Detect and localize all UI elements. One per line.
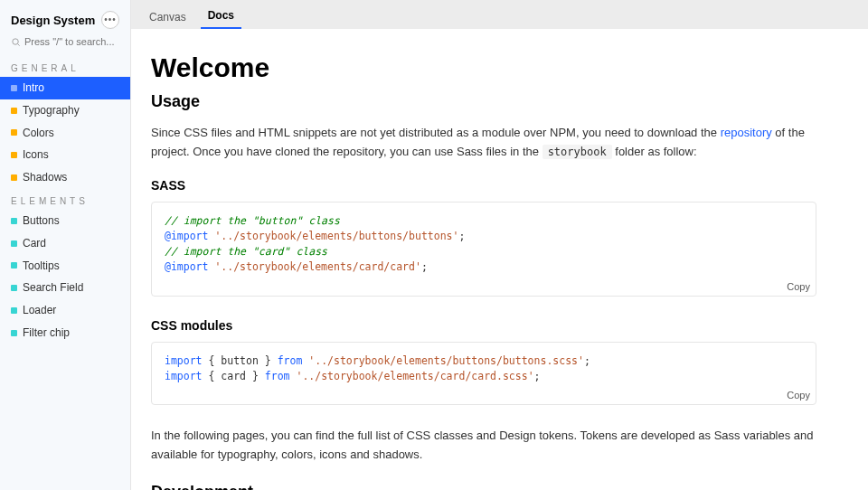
- story-icon: [11, 129, 17, 136]
- story-icon: [11, 174, 17, 181]
- sidebar-item[interactable]: Intro: [0, 77, 130, 99]
- tokens-paragraph: In the following pages, you can find the…: [151, 427, 816, 465]
- link-repository[interactable]: repository: [721, 126, 772, 139]
- nav-group-label: ELEMENTS: [0, 189, 130, 210]
- heading-development: Development: [151, 483, 816, 490]
- usage-paragraph: Since CSS files and HTML snippets are no…: [151, 124, 816, 162]
- component-icon: [11, 307, 17, 314]
- component-icon: [11, 240, 17, 247]
- sidebar-item-label: Search Field: [23, 280, 83, 296]
- sidebar-item[interactable]: Card: [0, 232, 130, 255]
- component-icon: [11, 330, 17, 336]
- tab-canvas[interactable]: Canvas: [142, 5, 193, 29]
- codeblock-sass: // import the "button" class @import '..…: [151, 202, 816, 297]
- sidebar-item[interactable]: Typography: [0, 99, 130, 122]
- main: Canvas Docs Welcome Usage Since CSS file…: [130, 0, 868, 490]
- svg-line-1: [18, 43, 20, 45]
- sidebar-item-label: Intro: [23, 80, 44, 96]
- sidebar-item[interactable]: Buttons: [0, 210, 130, 232]
- sidebar-item-label: Card: [23, 236, 46, 251]
- doc-scroll[interactable]: Welcome Usage Since CSS files and HTML s…: [131, 29, 868, 490]
- sidebar-item-label: Icons: [23, 147, 49, 163]
- copy-button[interactable]: Copy: [787, 390, 810, 400]
- sidebar: Design System ••• GENERALIntroTypography…: [0, 0, 130, 490]
- sidebar-item-label: Typography: [23, 103, 80, 118]
- sidebar-item[interactable]: Colors: [0, 122, 130, 145]
- sidebar-item[interactable]: Icons: [0, 144, 130, 166]
- sidebar-item-label: Filter chip: [23, 325, 70, 341]
- story-icon: [11, 85, 17, 91]
- heading-cssmodules: CSS modules: [151, 318, 816, 333]
- sidebar-item[interactable]: Filter chip: [0, 322, 130, 344]
- nav-group-label: GENERAL: [0, 56, 130, 77]
- story-icon: [11, 108, 17, 114]
- sidebar-item[interactable]: Tooltips: [0, 255, 130, 278]
- sidebar-item-label: Tooltips: [23, 259, 60, 274]
- nav: GENERALIntroTypographyColorsIconsShadows…: [0, 56, 130, 344]
- copy-button[interactable]: Copy: [787, 281, 810, 292]
- doc: Welcome Usage Since CSS files and HTML s…: [131, 29, 836, 490]
- app-title: Design System: [11, 14, 95, 27]
- codeblock-cssmodules: import { button } from '../storybook/ele…: [151, 342, 816, 406]
- search-input[interactable]: [24, 36, 119, 47]
- component-icon: [11, 285, 17, 291]
- sidebar-item[interactable]: Search Field: [0, 277, 130, 299]
- search: [0, 36, 130, 56]
- sidebar-item-label: Loader: [23, 303, 56, 318]
- sidebar-item-label: Colors: [23, 126, 54, 141]
- component-icon: [11, 218, 17, 224]
- code-folder: storybook: [542, 145, 612, 159]
- tabbar: Canvas Docs: [131, 0, 868, 29]
- more-button[interactable]: •••: [101, 11, 119, 29]
- sidebar-item-label: Shadows: [23, 170, 67, 185]
- sidebar-item[interactable]: Shadows: [0, 166, 130, 189]
- ellipsis-icon: •••: [104, 15, 117, 24]
- page-title: Welcome: [151, 52, 816, 83]
- heading-usage: Usage: [151, 92, 816, 111]
- svg-point-0: [13, 38, 18, 43]
- tab-docs[interactable]: Docs: [201, 4, 241, 29]
- heading-sass: SASS: [151, 178, 816, 193]
- sidebar-item[interactable]: Loader: [0, 299, 130, 322]
- search-icon: [11, 37, 21, 47]
- sidebar-item-label: Buttons: [23, 213, 60, 229]
- story-icon: [11, 152, 17, 158]
- component-icon: [11, 262, 17, 269]
- sidebar-header: Design System •••: [0, 0, 130, 36]
